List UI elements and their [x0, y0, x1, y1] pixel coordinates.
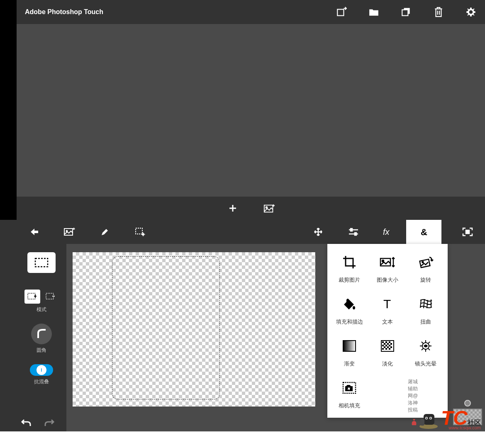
svg-rect-39	[389, 348, 390, 350]
gradient-icon	[339, 336, 359, 356]
svg-rect-49	[420, 419, 424, 426]
app-title: Adobe Photoshop Touch	[25, 8, 336, 16]
svg-rect-13	[466, 230, 469, 234]
image-size-icon	[378, 252, 397, 272]
svg-rect-0	[337, 10, 344, 16]
svg-text:&: &	[421, 227, 427, 237]
svg-rect-2	[402, 10, 408, 16]
lens-flare-icon	[416, 336, 436, 356]
undo-redo-group	[21, 418, 55, 427]
svg-rect-14	[35, 258, 48, 267]
redo-button[interactable]	[44, 418, 55, 427]
left-tool-panel: 模式 圆角 I 抗混叠	[17, 244, 66, 431]
menu-text[interactable]: T 文本	[370, 294, 406, 326]
svg-rect-35	[387, 346, 389, 348]
marquee-tool-button[interactable]	[27, 252, 56, 273]
svg-point-42	[348, 387, 351, 390]
menu-fade[interactable]: 淡化	[370, 336, 406, 368]
editor-topbar: fx &	[17, 220, 485, 244]
folder-icon[interactable]	[368, 6, 380, 18]
watermark: 屠城辅助网@洛神投稿 T C 社区 www.tcsqw.com	[408, 407, 481, 429]
fullscreen-button[interactable]	[450, 220, 485, 244]
svg-rect-38	[385, 348, 387, 350]
undo-button[interactable]	[21, 418, 32, 427]
camera-fill-icon	[339, 378, 359, 398]
menu-rotate[interactable]: 旋转	[407, 252, 444, 284]
menu-lens-flare[interactable]: 镜头光晕	[407, 336, 444, 368]
svg-rect-30	[390, 343, 392, 345]
topbar-actions	[336, 6, 477, 18]
layer-opacity-handle[interactable]	[464, 400, 471, 407]
adjustments-button[interactable]	[336, 220, 371, 244]
svg-rect-44	[424, 414, 434, 425]
svg-point-47	[426, 418, 427, 419]
menu-image-size[interactable]: 图像大小	[370, 252, 406, 284]
fade-icon	[378, 336, 397, 356]
rotate-icon	[416, 252, 436, 272]
toggle-knob: I	[37, 365, 46, 375]
fx-button[interactable]: fx	[371, 220, 406, 244]
svg-point-21	[353, 306, 355, 309]
svg-rect-29	[387, 343, 389, 345]
editor-view: fx & 模式	[0, 220, 485, 431]
svg-rect-7	[136, 228, 142, 234]
selection-marquee[interactable]	[112, 256, 220, 399]
svg-rect-36	[390, 346, 392, 348]
move-button[interactable]	[300, 220, 336, 244]
warp-icon	[416, 294, 436, 314]
ampersand-menu-button[interactable]: &	[406, 220, 441, 244]
svg-rect-27	[389, 341, 390, 343]
svg-text:fx: fx	[383, 227, 390, 236]
menu-camera-fill[interactable]: 相机填充	[331, 378, 368, 409]
gallery-view: Adobe Photoshop Touch	[0, 0, 485, 220]
menu-gradient[interactable]: 渐变	[331, 336, 368, 368]
svg-rect-23	[343, 341, 356, 351]
canvas[interactable]	[73, 252, 315, 407]
add-icon[interactable]	[227, 202, 239, 214]
copy-icon[interactable]	[400, 6, 412, 18]
svg-rect-9	[351, 229, 352, 231]
svg-text:T: T	[383, 297, 391, 311]
antialias-toggle[interactable]: I	[30, 364, 53, 376]
svg-rect-26	[385, 341, 387, 343]
menu-crop[interactable]: 裁剪图片	[331, 252, 368, 284]
antialias-label: 抗混叠	[34, 378, 49, 385]
transform-menu: 裁剪图片 图像大小 旋转	[327, 244, 448, 418]
share-icon[interactable]	[336, 6, 347, 18]
crop-icon	[339, 252, 359, 272]
svg-rect-31	[382, 345, 384, 346]
mode-subtract-button[interactable]	[43, 290, 58, 304]
svg-rect-32	[385, 345, 387, 346]
svg-point-48	[430, 418, 431, 419]
svg-point-4	[266, 207, 267, 208]
gallery-topbar: Adobe Photoshop Touch	[17, 0, 485, 24]
paint-bucket-icon	[339, 294, 359, 314]
svg-rect-28	[384, 343, 385, 345]
add-image-icon[interactable]	[263, 202, 275, 214]
svg-rect-34	[384, 346, 385, 348]
selection-settings-button[interactable]	[122, 220, 158, 244]
corner-radius-button[interactable]	[31, 324, 52, 344]
selection-mode-row	[24, 290, 58, 304]
svg-rect-10	[355, 233, 356, 235]
add-layer-image-button[interactable]	[52, 220, 87, 244]
menu-fill-stroke[interactable]: 填充和描边	[331, 294, 368, 326]
back-button[interactable]	[17, 220, 52, 244]
mode-label: 模式	[37, 306, 46, 313]
gallery-bottombar	[17, 197, 485, 220]
text-icon: T	[378, 294, 397, 314]
settings-icon[interactable]	[465, 6, 477, 18]
brush-button[interactable]	[87, 220, 122, 244]
trash-icon[interactable]	[433, 6, 444, 18]
svg-rect-37	[382, 348, 384, 350]
svg-rect-33	[389, 345, 390, 346]
svg-point-20	[422, 262, 423, 263]
corner-label: 圆角	[37, 347, 46, 354]
watermark-url: www.tcsqw.com	[448, 425, 481, 430]
gallery-content	[17, 24, 485, 197]
mode-add-button[interactable]	[24, 290, 40, 304]
svg-point-18	[382, 260, 384, 262]
watermark-credit: 屠城辅助网@洛神投稿	[408, 378, 421, 414]
menu-warp[interactable]: 扭曲	[407, 294, 444, 326]
svg-rect-25	[382, 341, 384, 343]
